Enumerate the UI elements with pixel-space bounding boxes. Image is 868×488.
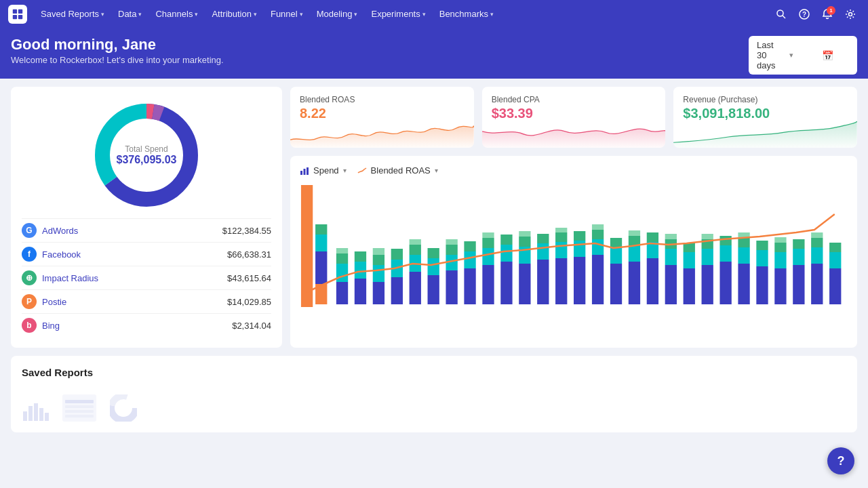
nav-data[interactable]: Data ▾ — [113, 6, 147, 22]
nav-experiments[interactable]: Experiments ▾ — [366, 6, 431, 22]
svg-rect-40 — [410, 272, 421, 304]
calendar-icon: 📅 — [822, 50, 849, 61]
svg-rect-102 — [719, 236, 731, 245]
svg-rect-103 — [738, 264, 749, 304]
svg-rect-68 — [555, 258, 567, 304]
channel-item-postie: P Postie $14,029.85 — [22, 289, 271, 313]
svg-rect-54 — [482, 265, 494, 304]
svg-rect-122 — [829, 252, 841, 268]
svg-rect-78 — [592, 224, 604, 230]
channel-name-facebook[interactable]: Facebook — [42, 249, 222, 260]
svg-rect-56 — [482, 238, 494, 248]
svg-rect-113 — [774, 237, 786, 243]
channel-value-postie: $14,029.85 — [227, 297, 271, 307]
main-chart-card: Spend ▾ Blended ROAS ▾ — [290, 156, 857, 348]
saved-reports-section: Saved Reports — [11, 356, 857, 432]
date-filter[interactable]: Last 30 days ▾ 📅 — [749, 36, 857, 75]
svg-rect-49 — [446, 245, 457, 255]
svg-rect-94 — [684, 252, 695, 268]
spend-toggle[interactable]: Spend ▾ — [300, 165, 347, 176]
svg-rect-72 — [574, 257, 585, 304]
svg-rect-121 — [829, 268, 841, 304]
right-panel: Blended ROAS 8.22 Blended CPA $33.39 — [290, 87, 857, 348]
svg-rect-51 — [464, 268, 475, 304]
svg-rect-55 — [482, 248, 494, 265]
facebook-icon: f — [22, 247, 37, 262]
svg-rect-36 — [373, 248, 384, 255]
svg-rect-43 — [410, 239, 421, 245]
svg-rect-23 — [315, 251, 327, 284]
channel-name-adwords[interactable]: AdWords — [42, 226, 217, 236]
channel-name-bing[interactable]: Bing — [42, 321, 226, 331]
svg-rect-0 — [13, 9, 17, 13]
svg-rect-64 — [519, 231, 530, 237]
svg-rect-67 — [537, 234, 549, 243]
svg-rect-69 — [555, 242, 567, 258]
svg-rect-75 — [592, 255, 604, 304]
page-subtitle: Welcome to Rockerbox! Let's dive into yo… — [11, 55, 857, 65]
svg-rect-47 — [446, 270, 457, 304]
nav-attribution[interactable]: Attribution ▾ — [206, 6, 262, 22]
svg-rect-128 — [45, 413, 49, 421]
roas-toggle[interactable]: Blended ROAS ▾ — [357, 165, 438, 176]
svg-rect-73 — [574, 241, 585, 257]
settings-button[interactable] — [841, 5, 860, 24]
nav-channels[interactable]: Channels ▾ — [150, 6, 203, 22]
svg-rect-107 — [756, 266, 768, 304]
svg-rect-30 — [355, 279, 366, 304]
kpi-revenue: Revenue (Purchase) $3,091,818.00 — [673, 87, 857, 148]
svg-rect-70 — [555, 232, 567, 242]
nav-icon-group: ? 1 — [772, 5, 860, 24]
nav-benchmarks[interactable]: Benchmarks ▾ — [434, 6, 499, 22]
svg-rect-52 — [464, 251, 475, 268]
main-content: Total Spend $376,095.03 G AdWords $122,3… — [0, 79, 868, 356]
navbar: Saved Reports ▾ Data ▾ Channels ▾ Attrib… — [0, 0, 868, 28]
svg-rect-60 — [500, 235, 512, 245]
svg-rect-90 — [665, 249, 677, 265]
svg-rect-27 — [336, 264, 348, 282]
svg-rect-96 — [702, 265, 713, 304]
svg-rect-24 — [315, 235, 327, 251]
nav-saved-reports[interactable]: Saved Reports ▾ — [35, 6, 110, 22]
svg-rect-86 — [647, 258, 658, 304]
kpi-blended-roas: Blended ROAS 8.22 — [290, 87, 474, 148]
svg-rect-127 — [39, 408, 43, 421]
bar-chart-icon — [300, 166, 309, 176]
help-nav-button[interactable]: ? — [795, 5, 814, 24]
channel-list: G AdWords $122,384.55 f Facebook $66,638… — [22, 218, 271, 337]
notification-badge: 1 — [827, 6, 835, 15]
svg-rect-71 — [555, 228, 567, 232]
channel-name-postie[interactable]: Postie — [42, 297, 222, 307]
report-preview-bar-icon — [22, 398, 49, 422]
report-preview-1 — [22, 398, 49, 422]
svg-rect-65 — [537, 260, 549, 304]
svg-rect-132 — [65, 410, 94, 413]
search-button[interactable] — [772, 5, 791, 24]
nav-funnel[interactable]: Funnel ▾ — [265, 6, 309, 22]
nav-modeling[interactable]: Modeling ▾ — [311, 6, 363, 22]
svg-rect-85 — [629, 230, 640, 236]
svg-rect-118 — [811, 247, 823, 264]
svg-text:?: ? — [802, 11, 806, 18]
svg-line-5 — [783, 16, 785, 18]
svg-rect-112 — [774, 243, 786, 252]
svg-rect-34 — [373, 265, 384, 282]
notifications-button[interactable]: 1 — [818, 5, 837, 24]
bing-icon: b — [22, 318, 37, 333]
svg-rect-18 — [300, 171, 302, 175]
spend-caret: ▾ — [343, 167, 347, 174]
svg-rect-61 — [519, 264, 530, 304]
svg-rect-79 — [610, 264, 622, 304]
svg-rect-46 — [428, 248, 439, 258]
svg-rect-76 — [592, 239, 604, 255]
kpi-blended-roas-title: Blended ROAS — [300, 95, 465, 104]
svg-rect-83 — [629, 245, 640, 262]
svg-rect-42 — [410, 245, 421, 255]
svg-rect-81 — [610, 238, 622, 247]
svg-rect-19 — [304, 169, 306, 175]
nav-chevron-experiments: ▾ — [422, 11, 426, 18]
svg-rect-110 — [774, 268, 786, 304]
nav-chevron-saved-reports: ▾ — [101, 11, 104, 18]
channel-name-impact[interactable]: Impact Radius — [42, 273, 222, 283]
nav-chevron-funnel: ▾ — [300, 11, 303, 18]
